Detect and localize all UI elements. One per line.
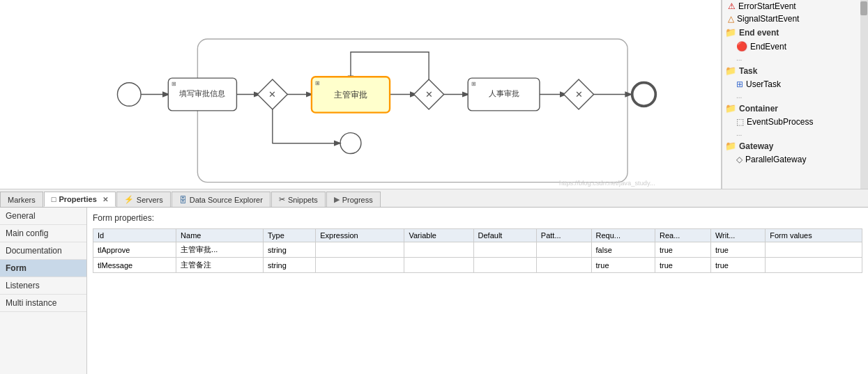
tab-snippets-icon: ✂ — [279, 195, 285, 204]
col-expression: Expression — [316, 229, 404, 242]
tab-datasource[interactable]: 🗄 Data Source Explorer — [172, 192, 271, 207]
errorstart-label: ErrorStartEvent — [738, 1, 796, 11]
bottom-area: General Main config Documentation Form L… — [0, 207, 868, 374]
signal-icon: △ — [728, 14, 734, 24]
sidebar-item-form[interactable]: Form — [0, 260, 86, 277]
sidebar-item-documentation[interactable]: Documentation — [0, 242, 86, 260]
tab-progress-icon: ▶ — [334, 195, 340, 204]
usertask-icon: ⊞ — [736, 79, 743, 89]
cell-required-2: true — [591, 258, 655, 273]
tab-datasource-label: Data Source Explorer — [190, 196, 263, 204]
cell-type-1: string — [263, 242, 315, 258]
svg-text:https://blog.csdn.net/java_stu: https://blog.csdn.net/java_study... — [559, 180, 655, 187]
container-folder-icon: 📁 — [725, 103, 736, 114]
table-row[interactable]: tlApprove 主管审批... string false true true — [93, 242, 862, 258]
cell-id-2: tlMessage — [93, 258, 176, 273]
cell-name-2: 主管备注 — [176, 258, 264, 273]
main-container: ⊞ 填写审批信息 ✕ ⊞ 主管审批 ✕ ⊞ 人事审批 ✕ — [0, 0, 868, 374]
svg-text:⊞: ⊞ — [315, 79, 320, 86]
section-gateway: 📁 Gateway — [722, 139, 860, 153]
signalstart-label: SignalStartEvent — [737, 14, 799, 24]
tab-datasource-icon: 🗄 — [179, 196, 187, 204]
col-formvalues: Form values — [766, 229, 862, 242]
cell-formvalues-1 — [766, 242, 862, 258]
cell-required-1: false — [591, 242, 655, 258]
cell-name-1: 主管审批... — [176, 242, 264, 258]
props-table: Id Name Type Expression Variable Default… — [93, 228, 862, 273]
eventsubprocess-label: EventSubProcess — [747, 117, 813, 127]
tab-servers[interactable]: ⚡ Servers — [116, 192, 171, 207]
cell-default-2 — [473, 258, 536, 273]
sidebar-item-general[interactable]: General — [0, 208, 86, 225]
cell-expression-2 — [316, 258, 404, 273]
sidebar-item-multiinstance[interactable]: Multi instance — [0, 295, 86, 312]
section-gateway-label: Gateway — [739, 141, 773, 151]
svg-text:人事审批: 人事审批 — [489, 89, 519, 98]
error-icon: ⚠ — [728, 1, 736, 11]
tab-snippets[interactable]: ✂ Snippets — [271, 192, 326, 207]
panel-item-container-hidden[interactable]: ... — [722, 128, 860, 139]
cell-variable-2 — [404, 258, 473, 273]
panel-item-signalstart[interactable]: △ SignalStartEvent — [722, 13, 860, 25]
cell-writable-1: true — [710, 242, 765, 258]
container-hidden-label: ... — [736, 130, 742, 137]
section-task-label: Task — [739, 66, 757, 76]
right-panel-scrollbar[interactable] — [860, 0, 868, 189]
scrollbar-thumb — [860, 1, 867, 15]
left-sidebar: General Main config Documentation Form L… — [0, 208, 87, 374]
sidebar-item-listeners[interactable]: Listeners — [0, 277, 86, 295]
panel-item-eventsubprocess[interactable]: ⬚ EventSubProcess — [722, 116, 860, 128]
svg-text:填写审批信息: 填写审批信息 — [178, 89, 225, 98]
tab-markers-label: Markers — [8, 196, 36, 204]
diagram-svg: ⊞ 填写审批信息 ✕ ⊞ 主管审批 ✕ ⊞ 人事审批 ✕ — [0, 0, 721, 189]
table-row[interactable]: tlMessage 主管备注 string true true true — [93, 258, 862, 273]
top-area: ⊞ 填写审批信息 ✕ ⊞ 主管审批 ✕ ⊞ 人事审批 ✕ — [0, 0, 868, 189]
cell-readable-1: true — [655, 242, 711, 258]
cell-expression-1 — [316, 242, 404, 258]
panel-item-task-hidden[interactable]: ... — [722, 91, 860, 101]
cell-formvalues-2 — [766, 258, 862, 273]
sidebar-item-mainconfig[interactable]: Main config — [0, 225, 86, 242]
section-end-label: End event — [739, 28, 779, 38]
tab-properties[interactable]: □ Properties ✕ — [44, 192, 116, 207]
properties-content: Form properties: Id Name Type Expression… — [87, 208, 868, 374]
tab-progress[interactable]: ▶ Progress — [326, 192, 381, 207]
tab-properties-label: Properties — [59, 195, 96, 203]
properties-title: Form properties: — [93, 213, 862, 223]
folder-icon: 📁 — [725, 27, 736, 38]
svg-text:⊞: ⊞ — [172, 80, 176, 87]
panel-item-errorstart[interactable]: ⚠ ErrorStartEvent — [722, 0, 860, 13]
task-folder-icon: 📁 — [725, 65, 736, 76]
panel-item-endevent[interactable]: 🔴 EndEvent — [722, 40, 860, 53]
col-variable: Variable — [404, 229, 473, 242]
documentation-label: Documentation — [6, 246, 62, 256]
parallelgateway-label: ParallelGateway — [745, 155, 806, 164]
panel-item-parallelgateway[interactable]: ◇ ParallelGateway — [722, 153, 860, 166]
section-container-label: Container — [739, 104, 778, 114]
panel-item-somethinghidden[interactable]: ... — [722, 53, 860, 63]
col-writable: Writ... — [710, 229, 765, 242]
cell-default-1 — [473, 242, 536, 258]
general-label: General — [6, 211, 36, 221]
tab-progress-label: Progress — [342, 196, 373, 204]
svg-point-11 — [117, 83, 141, 107]
section-task: 📁 Task — [722, 63, 860, 78]
col-type: Type — [263, 229, 315, 242]
tab-markers[interactable]: Markers — [0, 192, 43, 207]
mainconfig-label: Main config — [6, 228, 48, 238]
tab-properties-icon: □ — [52, 195, 56, 203]
svg-point-12 — [632, 83, 656, 107]
col-default: Default — [473, 229, 536, 242]
tab-servers-label: Servers — [137, 196, 163, 204]
listeners-label: Listeners — [6, 281, 40, 290]
panel-item-usertask[interactable]: ⊞ UserTask — [722, 78, 860, 91]
svg-point-9 — [340, 133, 361, 154]
tab-properties-close[interactable]: ✕ — [102, 196, 108, 203]
right-panel: ⚠ ErrorStartEvent △ SignalStartEvent 📁 E… — [722, 0, 860, 189]
svg-text:⊞: ⊞ — [471, 80, 476, 87]
section-container: 📁 Container — [722, 101, 860, 116]
diagram-canvas[interactable]: ⊞ 填写审批信息 ✕ ⊞ 主管审批 ✕ ⊞ 人事审批 ✕ — [0, 0, 722, 189]
col-name: Name — [176, 229, 264, 242]
red-circle-icon: 🔴 — [736, 41, 747, 52]
multiinstance-label: Multi instance — [6, 298, 56, 308]
